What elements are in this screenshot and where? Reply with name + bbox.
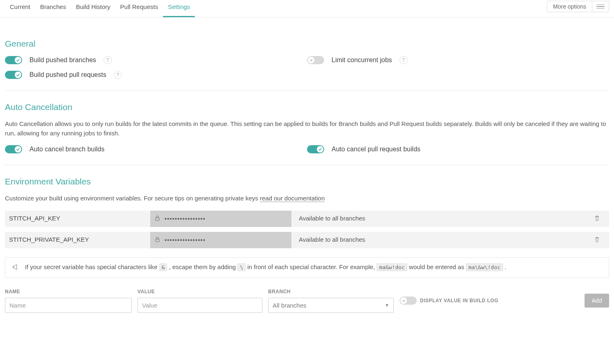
env-var-masked: •••••••••••••••• — [165, 236, 205, 243]
label-limit-concurrent-jobs: Limit concurrent jobs — [332, 56, 392, 64]
tab-settings[interactable]: Settings — [163, 0, 195, 17]
toggle-limit-concurrent-jobs[interactable] — [307, 56, 324, 64]
trash-icon — [594, 236, 600, 244]
more-options-group: More options — [547, 1, 609, 12]
env-var-scope: Available to all branches — [291, 232, 585, 248]
env-var-value: •••••••••••••••• — [150, 232, 291, 248]
more-options-button[interactable]: More options — [547, 1, 592, 12]
megaphone-icon — [12, 263, 19, 272]
code-snippet: ma\&w\!doc — [466, 263, 503, 271]
env-vars-description: Customize your build using environment v… — [5, 194, 609, 203]
code-snippet: ma&w!doc — [377, 263, 407, 271]
chevron-down-icon: ▼ — [385, 303, 389, 308]
lock-icon — [154, 236, 160, 244]
value-input[interactable] — [138, 298, 262, 313]
code-snippet: \ — [237, 263, 246, 271]
help-icon[interactable]: ? — [400, 56, 408, 64]
code-snippet: & — [159, 263, 167, 271]
svg-rect-3 — [156, 239, 159, 242]
toggle-display-value-in-log[interactable] — [400, 297, 417, 305]
env-var-name: STITCH_PRIVATE_API_KEY — [5, 232, 150, 248]
display-value-label: DISPLAY VALUE IN BUILD LOG — [420, 298, 579, 303]
env-var-row: STITCH_PRIVATE_API_KEY •••••••••••••••• … — [5, 232, 609, 248]
documentation-link[interactable]: read our documentation — [260, 195, 325, 202]
help-icon[interactable]: ? — [104, 56, 112, 64]
help-icon[interactable]: ? — [114, 71, 122, 79]
label-build-pushed-branches: Build pushed branches — [29, 56, 96, 64]
branch-field-label: BRANCH — [268, 289, 394, 294]
env-var-name: STITCH_API_KEY — [5, 211, 150, 227]
add-button[interactable]: Add — [585, 294, 609, 308]
info-banner: If your secret variable has special char… — [5, 257, 609, 278]
toggle-build-pushed-pull-requests[interactable] — [5, 71, 22, 79]
tabs-nav: Current Branches Build History Pull Requ… — [5, 0, 195, 17]
label-auto-cancel-pr-builds: Auto cancel pull request builds — [332, 146, 420, 153]
trash-icon — [594, 215, 600, 222]
section-title-general: General — [5, 39, 609, 49]
label-auto-cancel-branch-builds: Auto cancel branch builds — [29, 146, 104, 153]
env-var-scope: Available to all branches — [291, 211, 585, 227]
delete-env-var-button[interactable] — [585, 211, 609, 227]
branch-selected-value: All branches — [273, 302, 307, 309]
delete-env-var-button[interactable] — [585, 232, 609, 248]
hamburger-icon[interactable] — [592, 2, 609, 11]
env-var-masked: •••••••••••••••• — [165, 215, 205, 222]
section-title-env-vars: Environment Variables — [5, 177, 609, 186]
lock-icon — [154, 215, 160, 222]
tab-current[interactable]: Current — [5, 0, 35, 17]
name-input[interactable] — [5, 298, 132, 313]
section-title-auto-cancellation: Auto Cancellation — [5, 102, 609, 112]
toggle-auto-cancel-branch-builds[interactable] — [5, 145, 22, 153]
svg-rect-2 — [156, 218, 159, 220]
branch-select[interactable]: All branches ▼ — [268, 298, 394, 313]
tab-pull-requests[interactable]: Pull Requests — [115, 0, 163, 17]
toggle-build-pushed-branches[interactable] — [5, 56, 22, 64]
label-build-pushed-pull-requests: Build pushed pull requests — [29, 71, 106, 79]
value-field-label: VALUE — [138, 289, 262, 294]
toggle-auto-cancel-pr-builds[interactable] — [307, 145, 324, 153]
env-var-row: STITCH_API_KEY •••••••••••••••• Availabl… — [5, 211, 609, 227]
tab-branches[interactable]: Branches — [35, 0, 71, 17]
tab-build-history[interactable]: Build History — [71, 0, 115, 17]
auto-cancellation-description: Auto Cancellation allows you to only run… — [5, 119, 609, 138]
name-field-label: NAME — [5, 289, 132, 294]
env-var-value: •••••••••••••••• — [150, 211, 291, 227]
